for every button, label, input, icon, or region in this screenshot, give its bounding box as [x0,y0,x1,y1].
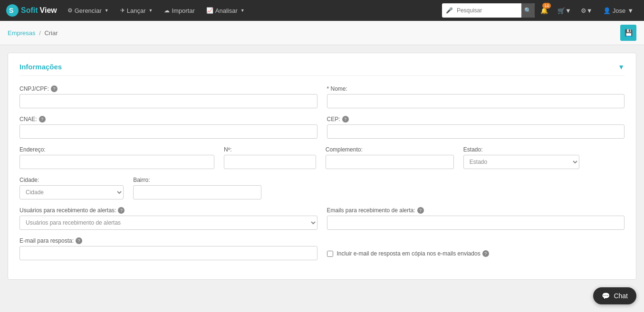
save-icon: 💾 [625,29,633,37]
search-input[interactable] [455,3,521,18]
nav-gerenciar-label: Gerenciar [75,7,102,14]
cep-label: CEP: ? [327,116,625,123]
incluir-email-checkbox-label: Incluir e-mail de resposta em cópia nos … [337,250,489,257]
chevron-down-icon: ▼ [105,8,109,13]
nav-importar-label: Importar [172,7,194,14]
nome-input[interactable] [327,94,625,108]
user-menu[interactable]: 👤 Jose ▼ [598,0,638,21]
nav-lancar[interactable]: ✈ Lançar ▼ [115,0,158,21]
group-cnae: CNAE: ? [19,116,317,139]
navbar-right: 🎤 🔍 🔔 14 🛒 ▼ ⚙ ▼ 👤 Jose ▼ [442,0,638,21]
save-button[interactable]: 💾 [620,25,636,41]
chevron-down-icon-4: ▼ [565,7,571,14]
nav-importar[interactable]: ☁ Importar [159,0,199,21]
main-content: Informações ▼ CNPJ/CPF: ? * Nome: [0,45,644,287]
group-bairro: Bairro: [133,177,261,199]
endereco-input[interactable] [19,155,214,169]
cnpj-help-icon[interactable]: ? [51,85,58,92]
emails-help-icon[interactable]: ? [417,207,424,214]
usuarios-select[interactable]: Usuários para recebimento de alertas [19,216,317,230]
launch-icon: ✈ [120,7,125,14]
nav-analisar[interactable]: 📈 Analisar ▼ [202,0,250,21]
chevron-down-icon-6: ▼ [627,7,634,14]
numero-label: Nº: [224,146,316,153]
usuarios-help-icon[interactable]: ? [118,207,125,214]
cnae-label: CNAE: ? [19,116,317,123]
row-cnae-cep: CNAE: ? CEP: ? [19,116,625,139]
nav-lancar-label: Lançar [127,7,146,14]
group-emails: Emails para recebimento de alerta: ? [327,207,625,230]
estado-select[interactable]: Estado [463,155,580,169]
group-cnpj: CNPJ/CPF: ? [19,85,317,108]
cart-button[interactable]: 🛒 ▼ [554,0,575,21]
settings-icon: ⚙ [581,7,586,14]
search-button[interactable]: 🔍 [521,3,535,18]
complemento-input[interactable] [326,155,454,169]
row-cnpj-nome: CNPJ/CPF: ? * Nome: [19,85,625,108]
group-nome: * Nome: [327,85,625,108]
section-title: Informações [19,63,62,71]
cidade-label: Cidade: [19,177,124,183]
username-label: Jose [613,7,625,14]
form-card: Informações ▼ CNPJ/CPF: ? * Nome: [8,53,636,280]
usuarios-multiselect-wrapper: Usuários para recebimento de alertas [19,216,317,230]
cep-help-icon[interactable]: ? [342,116,349,123]
nav-gerenciar[interactable]: ⚙ Gerenciar ▼ [63,0,114,21]
brand-logo-icon: S [6,4,19,17]
email-resposta-input[interactable] [19,246,317,260]
breadcrumb: Empresas / Criar [8,29,58,37]
email-resposta-label: E-mail para resposta: ? [19,237,317,244]
breadcrumb-current: Criar [44,29,58,37]
cnae-input[interactable] [19,124,317,139]
row-email-resposta: E-mail para resposta: ? Incluir e-mail d… [19,237,625,260]
nav-analisar-label: Analisar [215,7,238,14]
chart-icon: 📈 [206,7,213,14]
brand-sofit: Sofit [21,6,38,15]
cart-icon: 🛒 [557,7,565,14]
group-complemento: Complemento: [326,146,454,169]
cidade-select[interactable]: Cidade [19,185,124,199]
group-estado: Estado: Estado [463,146,580,169]
group-endereco: Endereço: [19,146,214,169]
group-cep: CEP: ? [327,116,625,139]
settings-button[interactable]: ⚙ ▼ [577,0,596,21]
group-usuarios: Usuários para recebimento de alertas: ? … [19,207,317,230]
numero-input[interactable] [224,155,316,169]
collapse-button[interactable]: ▼ [618,63,625,71]
cep-input[interactable] [327,124,625,139]
bairro-input[interactable] [133,185,261,199]
usuarios-label: Usuários para recebimento de alertas: ? [19,207,317,214]
microphone-icon: 🎤 [442,7,455,14]
notifications-button[interactable]: 🔔 14 [537,0,552,21]
endereco-label: Endereço: [19,146,214,153]
svg-text:S: S [9,7,13,14]
chevron-down-icon-3: ▼ [240,8,245,13]
brand-view: View [40,6,57,15]
incluir-email-checkbox[interactable] [327,251,333,257]
email-resposta-help-icon[interactable]: ? [76,237,82,244]
cnpj-label: CNPJ/CPF: ? [19,85,317,92]
emails-input[interactable] [327,216,625,230]
brand[interactable]: S Sofit View [6,4,57,17]
cnpj-input[interactable] [19,94,317,108]
group-email-resposta: E-mail para resposta: ? [19,237,317,260]
gear-icon: ⚙ [67,7,73,14]
cnae-help-icon[interactable]: ? [39,116,46,123]
estado-label: Estado: [463,146,580,153]
notifications-badge: 14 [542,3,551,9]
row-endereco: Endereço: Nº: Complemento: Estado: [19,146,625,169]
complemento-label: Complemento: [326,146,454,153]
cloud-icon: ☁ [164,7,170,14]
chevron-down-icon-7: ▼ [618,63,625,71]
bairro-label: Bairro: [133,177,261,183]
group-numero: Nº: [224,146,316,169]
chevron-down-icon-2: ▼ [148,8,153,13]
row-usuarios-emails: Usuários para recebimento de alertas: ? … [19,207,625,230]
breadcrumb-separator: / [39,29,41,37]
chevron-down-icon-5: ▼ [586,7,593,14]
row-cidade-bairro: Cidade: Cidade Bairro: [19,177,625,199]
incluir-email-help-icon[interactable]: ? [482,250,489,257]
breadcrumb-parent-link[interactable]: Empresas [8,29,36,37]
breadcrumb-bar: Empresas / Criar 💾 [0,21,644,45]
user-icon: 👤 [603,7,611,14]
